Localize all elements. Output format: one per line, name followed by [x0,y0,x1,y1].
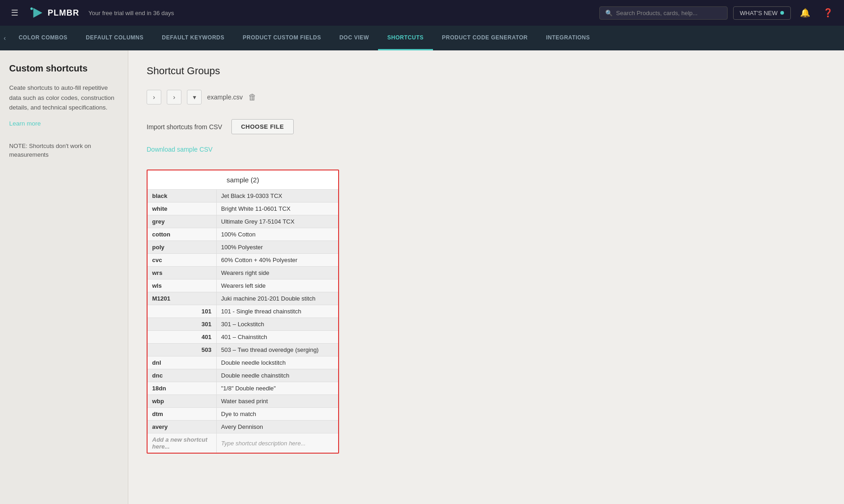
download-csv-link[interactable]: Download sample CSV [147,146,213,153]
table-row: wbpWater based print [148,395,338,408]
table-row: dnlDouble needle lockstitch [148,356,338,369]
dropdown-icon: ▾ [193,93,196,101]
shortcut-key: grey [148,215,216,228]
shortcut-key: black [148,190,216,203]
sample-table-container: sample (2) blackJet Black 19-0303 TCXwhi… [147,170,339,454]
nav-item-doc-view[interactable]: DOC VIEW [330,26,378,50]
shortcut-key: cvc [148,254,216,267]
shortcut-key: 401 [148,331,216,344]
shortcut-value: 101 - Single thread chainstitch [216,305,338,318]
sidebar-description: Ceate shortcuts to auto-fill repetitive … [9,83,119,113]
table-row: 503503 – Two thread overedge (serging) [148,344,338,356]
nav-item-color-combos[interactable]: COLOR COMBOS [10,26,77,50]
delete-group-button[interactable]: 🗑 [248,93,257,102]
shortcut-key: dnc [148,369,216,382]
import-row: Import shortcuts from CSV CHOOSE FILE [147,119,826,134]
sidebar-note: NOTE: Shortcuts don't work on measuremen… [9,142,119,159]
choose-file-label: CHOOSE FILE [241,123,284,130]
shortcut-value: "1/8" Double needle" [216,382,338,395]
shortcut-value: Wearers right side [216,267,338,279]
table-row: poly100% Polyester [148,241,338,254]
shortcut-value: 503 – Two thread overedge (serging) [216,344,338,356]
whats-new-label: WHAT'S NEW [740,10,778,16]
search-input[interactable] [616,10,722,16]
shortcut-group-row: › › ▾ example.csv 🗑 [147,90,826,104]
shortcut-value: 60% Cotton + 40% Polyester [216,254,338,267]
shortcut-value: Wearers left side [216,279,338,292]
import-label: Import shortcuts from CSV [147,123,222,131]
table-row: cvc60% Cotton + 40% Polyester [148,254,338,267]
sidebar: Custom shortcuts Ceate shortcuts to auto… [0,50,128,504]
table-row: dtmDye to match [148,408,338,421]
table-row: averyAvery Dennison [148,421,338,433]
sample-table: blackJet Black 19-0303 TCXwhiteBright Wh… [148,190,338,453]
table-row: dncDouble needle chainstitch [148,369,338,382]
shortcut-key: wls [148,279,216,292]
notification-button[interactable]: 🔔 [796,6,814,20]
table-row: cotton100% Cotton [148,228,338,241]
nav-item-product-custom-fields[interactable]: PRODUCT CUSTOM FIELDS [234,26,330,50]
table-row: M1201Juki machine 201-201 Double stitch [148,292,338,305]
nav-item-default-columns[interactable]: DEFAULT COLUMNS [77,26,153,50]
shortcut-key: dtm [148,408,216,421]
search-icon: 🔍 [605,10,613,16]
shortcut-value: Dye to match [216,408,338,421]
table-row: 101101 - Single thread chainstitch [148,305,338,318]
whats-new-dot [780,11,784,15]
shortcut-value: Double needle lockstitch [216,356,338,369]
add-shortcut-row[interactable]: Add a new shortcut here...Type shortcut … [148,433,338,453]
sidebar-title: Custom shortcuts [9,63,119,74]
shortcut-value: 100% Cotton [216,228,338,241]
shortcut-value: Ultimate Grey 17-5104 TCX [216,215,338,228]
shortcut-value: Bright White 11-0601 TCX [216,203,338,215]
shortcut-key: 503 [148,344,216,356]
top-bar: ☰ PLMBR Your free trial will end in 36 d… [0,0,844,26]
table-row: wlsWearers left side [148,279,338,292]
help-button[interactable]: ❓ [819,6,837,20]
shortcut-key: white [148,203,216,215]
table-row: 301301 – Lockstitch [148,318,338,331]
shortcut-key: 301 [148,318,216,331]
sample-table-wrapper: sample (2) blackJet Black 19-0303 TCXwhi… [147,170,826,454]
table-row: blackJet Black 19-0303 TCX [148,190,338,203]
choose-file-button[interactable]: CHOOSE FILE [231,119,294,134]
nav-item-shortcuts[interactable]: SHORTCUTS [378,26,433,50]
table-row: wrsWearers right side [148,267,338,279]
content-title: Shortcut Groups [147,65,826,77]
shortcut-value: Avery Dennison [216,421,338,433]
chevron-icon: › [173,93,175,101]
nav-item-integrations[interactable]: INTEGRATIONS [537,26,599,50]
expand-button[interactable]: › [147,90,161,104]
add-shortcut-value-placeholder[interactable]: Type shortcut description here... [216,433,338,453]
expand-icon: › [153,93,155,101]
add-shortcut-key-placeholder[interactable]: Add a new shortcut here... [148,433,216,453]
shortcut-key: cotton [148,228,216,241]
logo-text: PLMBR [48,8,79,18]
main-layout: Custom shortcuts Ceate shortcuts to auto… [0,50,844,504]
table-row: greyUltimate Grey 17-5104 TCX [148,215,338,228]
shortcut-key: wrs [148,267,216,279]
svg-point-1 [30,7,33,10]
shortcut-key: M1201 [148,292,216,305]
shortcut-value: 401 – Chainstitch [216,331,338,344]
shortcut-key: 101 [148,305,216,318]
shortcut-key: poly [148,241,216,254]
dropdown-button[interactable]: ▾ [187,90,202,104]
content-area: Shortcut Groups › › ▾ example.csv 🗑 Impo… [128,50,844,504]
shortcut-value: Water based print [216,395,338,408]
hamburger-menu-button[interactable]: ☰ [7,5,22,20]
nav-item-default-keywords[interactable]: DEFAULT KEYWORDS [153,26,233,50]
shortcut-key: wbp [148,395,216,408]
table-row: 401401 – Chainstitch [148,331,338,344]
learn-more-link[interactable]: Learn more [9,120,119,127]
search-bar[interactable]: 🔍 [599,6,728,20]
shortcut-value: Double needle chainstitch [216,369,338,382]
shortcut-value: 100% Polyester [216,241,338,254]
table-row: 18dn"1/8" Double needle" [148,382,338,395]
nav-scroll-left[interactable]: ‹ [0,26,10,50]
chevron-button[interactable]: › [167,90,181,104]
logo-icon [27,5,44,21]
trial-text: Your free trial will end in 36 days [88,10,174,16]
nav-item-product-code-generator[interactable]: PRODUCT CODE GENERATOR [433,26,537,50]
whats-new-button[interactable]: WHAT'S NEW [733,6,791,20]
